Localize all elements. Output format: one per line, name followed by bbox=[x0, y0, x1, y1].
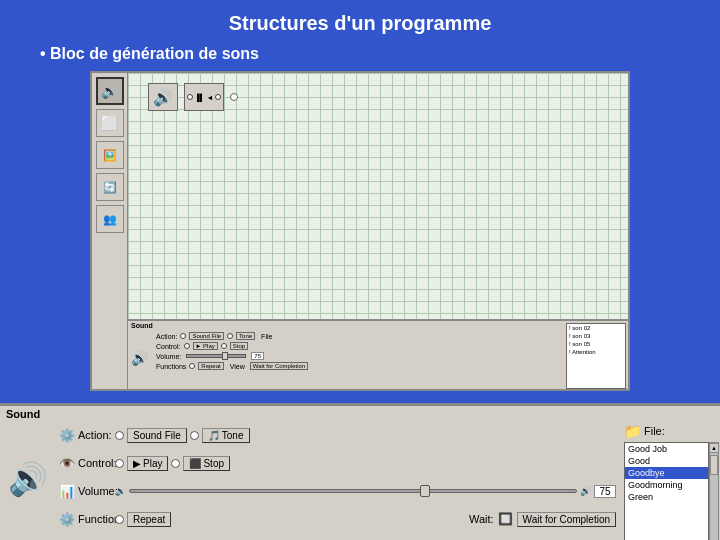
tone-icon: 🎵 bbox=[208, 430, 220, 441]
file-item-goodbye[interactable]: Goodbye bbox=[625, 467, 708, 479]
small-vol-label: Volume: bbox=[156, 353, 181, 360]
small-wait-btn[interactable]: Wait for Completion bbox=[250, 362, 308, 370]
toolbar: 🔊 ⬜ 🖼️ 🔄 👥 bbox=[92, 73, 128, 389]
small-radio-5 bbox=[189, 363, 195, 369]
vol-max-icon: 🔊 bbox=[580, 486, 591, 496]
sound-icon-box: 🔊 bbox=[148, 83, 178, 111]
function-label: ⚙️ Function: bbox=[59, 512, 111, 527]
small-view-lbl: View bbox=[230, 363, 245, 370]
small-vol-val: 75 bbox=[251, 352, 264, 360]
stop-label: Stop bbox=[203, 458, 224, 469]
connector-end bbox=[230, 93, 238, 101]
control-row: 👁️ Control: ▶ Play ⬛ Stop bbox=[59, 451, 616, 475]
action-radio-2[interactable] bbox=[190, 431, 199, 440]
action-radio-group: Sound File 🎵 Tone bbox=[115, 428, 250, 443]
volume-text: Volume: bbox=[78, 485, 118, 497]
function-radio-group: Repeat bbox=[115, 512, 171, 527]
small-panel-controls: Action: Sound File Tone File Control: ► … bbox=[150, 330, 628, 386]
volume-row: 📊 Volume: 🔈 🔊 75 bbox=[59, 479, 616, 503]
small-radio-1 bbox=[180, 333, 186, 339]
control-text: Control: bbox=[78, 457, 117, 469]
volume-icon: 📊 bbox=[59, 484, 75, 499]
big-bottom-panel: Sound 🔊 ⚙️ Action: Sound File bbox=[0, 403, 720, 540]
control-label: 👁️ Control: bbox=[59, 456, 111, 471]
control-radio-2[interactable] bbox=[171, 459, 180, 468]
wait-completion-button[interactable]: Wait for Completion bbox=[517, 512, 616, 527]
vol-min-icon: 🔈 bbox=[115, 486, 126, 496]
connector-dot-2 bbox=[215, 94, 221, 100]
file-item-green[interactable]: Green bbox=[625, 491, 708, 503]
play-button[interactable]: ▶ Play bbox=[127, 456, 168, 471]
tone-button[interactable]: 🎵 Tone bbox=[202, 428, 250, 443]
small-soundfile-btn[interactable]: Sound File bbox=[189, 332, 224, 340]
grid-area: 🔊 ▐▌ ◄ Sound 🔊 Action: bbox=[128, 73, 628, 389]
stop-button[interactable]: ⬛ Stop bbox=[183, 456, 230, 471]
slide-content: 🔊 ⬜ 🖼️ 🔄 👥 🔊 ▐▌ ◄ Sound � bbox=[90, 71, 630, 391]
big-panel-inner: 🔊 ⚙️ Action: Sound File 🎵 To bbox=[0, 421, 720, 537]
action-row: ⚙️ Action: Sound File 🎵 Tone bbox=[59, 423, 616, 447]
wait-label: Wait: bbox=[469, 513, 494, 525]
tone-label: Tone bbox=[222, 430, 244, 441]
action-icon: ⚙️ bbox=[59, 428, 75, 443]
small-file-item-1[interactable]: ! son 02 bbox=[567, 324, 625, 332]
small-radio-3 bbox=[184, 343, 190, 349]
action-radio-1[interactable] bbox=[115, 431, 124, 440]
small-file-item-2[interactable]: ! son 03 bbox=[567, 332, 625, 340]
volume-slider-container: 🔈 🔊 75 bbox=[115, 485, 616, 498]
volume-label: 📊 Volume: bbox=[59, 484, 111, 499]
page-subtitle: • Bloc de génération de sons bbox=[0, 41, 720, 71]
volume-thumb[interactable] bbox=[420, 485, 430, 497]
repeat-button[interactable]: Repeat bbox=[127, 512, 171, 527]
volume-track[interactable] bbox=[129, 489, 577, 493]
file-section: 📁 File: Good Job Good Goodbye Goodmornin… bbox=[620, 421, 720, 537]
toolbar-image-btn[interactable]: 🖼️ bbox=[96, 141, 124, 169]
big-controls: ⚙️ Action: Sound File 🎵 Tone bbox=[55, 421, 620, 537]
wait-section: Wait: 🔲 Wait for Completion bbox=[469, 512, 616, 527]
page-title: Structures d'un programme bbox=[0, 0, 720, 41]
play-label: Play bbox=[143, 458, 162, 469]
action-text: Action: bbox=[78, 429, 112, 441]
small-stop-btn[interactable]: Stop bbox=[230, 342, 248, 350]
small-radio-4 bbox=[221, 343, 227, 349]
small-play-btn[interactable]: ► Play bbox=[193, 342, 218, 350]
small-slider[interactable] bbox=[186, 354, 246, 358]
small-thumb bbox=[222, 352, 228, 360]
volume-value: 75 bbox=[594, 485, 616, 498]
file-list-section: Good Job Good Goodbye Goodmorning Green … bbox=[624, 442, 720, 540]
toolbar-group-btn[interactable]: 👥 bbox=[96, 205, 124, 233]
control-radio-group: ▶ Play ⬛ Stop bbox=[115, 456, 230, 471]
scroll-thumb bbox=[710, 455, 718, 475]
connector-dot-1 bbox=[187, 94, 193, 100]
small-panel: Sound 🔊 Action: Sound File Tone File bbox=[128, 319, 628, 389]
small-repeat-btn[interactable]: Repeat bbox=[198, 362, 223, 370]
small-file-lbl: File bbox=[261, 333, 272, 340]
scroll-up-arrow[interactable]: ▲ bbox=[709, 443, 719, 453]
file-item-good[interactable]: Good bbox=[625, 455, 708, 467]
file-label-row: 📁 File: bbox=[624, 423, 720, 439]
toolbar-rect-btn[interactable]: ⬜ bbox=[96, 109, 124, 137]
stop-icon: ⬛ bbox=[189, 458, 201, 469]
file-item-goodmorning[interactable]: Goodmorning bbox=[625, 479, 708, 491]
action-label: ⚙️ Action: bbox=[59, 428, 111, 443]
sound-file-button[interactable]: Sound File bbox=[127, 428, 187, 443]
file-scrollbar[interactable]: ▲ ▼ bbox=[709, 442, 719, 540]
play-icon: ▶ bbox=[133, 458, 141, 469]
toolbar-sound-btn[interactable]: 🔊 bbox=[96, 77, 124, 105]
big-file-list: Good Job Good Goodbye Goodmorning Green bbox=[624, 442, 709, 540]
connector-text: ▐▌ ◄ bbox=[195, 94, 214, 101]
small-file-item-3[interactable]: ! son 05 bbox=[567, 340, 625, 348]
toolbar-loop-btn[interactable]: 🔄 bbox=[96, 173, 124, 201]
function-icon: ⚙️ bbox=[59, 512, 75, 527]
func-radio-1[interactable] bbox=[115, 515, 124, 524]
page-container: Structures d'un programme • Bloc de géné… bbox=[0, 0, 720, 540]
small-file-item-4[interactable]: ! Attention bbox=[567, 348, 625, 356]
small-func-label: Functions bbox=[156, 363, 186, 370]
function-row: ⚙️ Function: Repeat Wait: 🔲 Wait for Com… bbox=[59, 507, 616, 531]
file-item-good-job[interactable]: Good Job bbox=[625, 443, 708, 455]
small-file-list: ! son 02 ! son 03 ! son 05 ! Attention bbox=[566, 323, 626, 389]
small-tone-btn[interactable]: Tone bbox=[236, 332, 255, 340]
big-panel-title: Sound bbox=[0, 406, 720, 421]
control-radio-1[interactable] bbox=[115, 459, 124, 468]
wait-icon: 🔲 bbox=[498, 512, 513, 526]
small-action-label: Action: bbox=[156, 333, 177, 340]
